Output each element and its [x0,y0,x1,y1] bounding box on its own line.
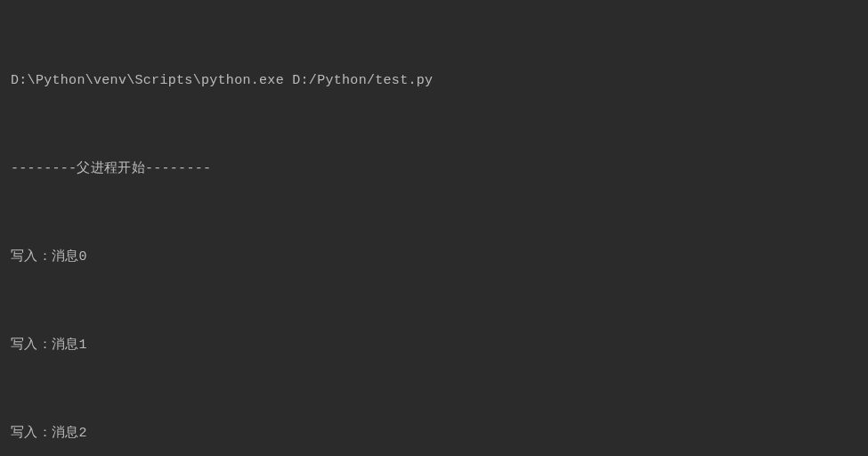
console-output: D:\Python\venv\Scripts\python.exe D:/Pyt… [11,7,857,456]
output-line: --------父进程开始-------- [11,154,857,183]
output-line: 写入：消息0 [11,242,857,272]
output-line: D:\Python\venv\Scripts\python.exe D:/Pyt… [11,66,857,95]
output-line: 写入：消息1 [11,330,857,360]
output-line: 写入：消息2 [11,419,857,448]
